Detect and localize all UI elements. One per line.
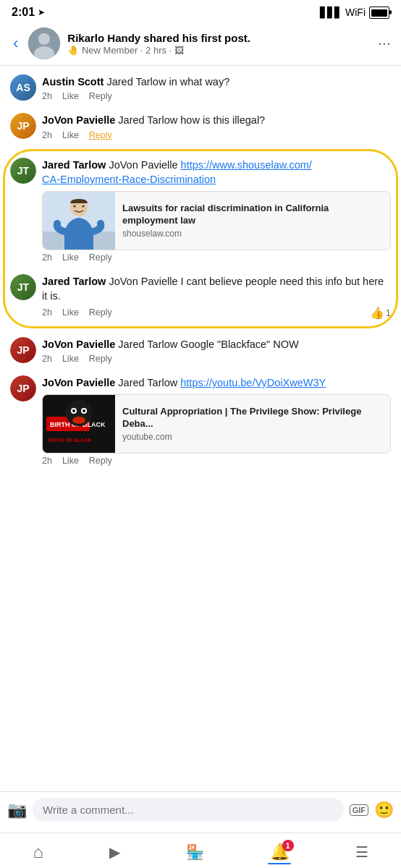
like-button[interactable]: Like [62, 91, 79, 101]
comment-author: JoVon Pavielle [42, 339, 115, 350]
comment-meta: 2h Like Reply [42, 456, 391, 466]
comment-item: JP JoVon Pavielle Jared Tarlow how is th… [0, 107, 401, 145]
preview-domain: shouselaw.com [122, 229, 383, 239]
reply-button[interactable]: Reply [89, 307, 112, 318]
post-header: ‹ Rikarlo Handy shared his first post. 🤚… [0, 22, 401, 66]
preview-text: Lawsuits for racial discrimination in Ca… [115, 192, 390, 250]
reply-button[interactable]: Reply [89, 252, 112, 263]
avatar: AS [10, 75, 36, 101]
emoji-button[interactable]: 🙂 [374, 801, 394, 820]
like-reaction: 👍1 [370, 306, 391, 320]
comment-text: Jared Tarlow JoVon Pavielle https://www.… [42, 158, 391, 187]
like-button[interactable]: Like [62, 130, 79, 140]
comment-item: JP JoVon Pavielle Jared Tarlow https://y… [0, 370, 401, 472]
reply-button[interactable]: Reply [89, 456, 112, 466]
comment-reply-to: JoVon Pavielle [109, 159, 180, 171]
preview-domain: youtube.com [122, 432, 383, 442]
link-preview-card[interactable]: BIRTH OF BLACK BIRTH OF BLACK Cultural A… [42, 394, 391, 454]
reply-button[interactable]: Reply [89, 91, 112, 101]
camera-button[interactable]: 📷 [7, 801, 27, 820]
comment-body: Jared Tarlow JoVon Pavielle I cant belie… [42, 274, 391, 320]
reply-button[interactable]: Reply [89, 354, 112, 364]
preview-title: Cultural Appropriation | The Privilege S… [122, 406, 383, 430]
menu-icon: ☰ [355, 843, 368, 861]
nav-home[interactable]: ⌂ [18, 839, 58, 865]
back-button[interactable]: ‹ [10, 31, 21, 56]
comment-text: JoVon Pavielle Jared Tarlow Google "Blac… [42, 337, 391, 352]
header-title: Rikarlo Handy shared his first post. [67, 31, 370, 46]
comment-author: Jared Tarlow [42, 276, 106, 287]
comment-reply-to: Jared Tarlow [118, 339, 180, 350]
poster-avatar [28, 27, 60, 59]
like-button[interactable]: Like [62, 307, 79, 318]
comment-time: 2h [42, 252, 52, 263]
header-info: Rikarlo Handy shared his first post. 🤚 N… [67, 31, 370, 56]
avatar: JP [10, 375, 36, 401]
comment-time: 2h [42, 91, 52, 101]
location-arrow-icon: ➤ [38, 7, 45, 17]
comment-text: Austin Scott Jared Tarlow in what way? [42, 75, 391, 89]
battery-icon [369, 7, 389, 19]
comment-time: 2h [42, 307, 52, 318]
nav-store[interactable]: 🏪 [172, 841, 219, 864]
preview-image [43, 192, 115, 250]
link-preview-card[interactable]: Lawsuits for racial discrimination in Ca… [42, 191, 391, 250]
comment-item: JT Jared Tarlow JoVon Pavielle https://w… [0, 149, 401, 269]
preview-image: BIRTH OF BLACK BIRTH OF BLACK [43, 395, 115, 453]
reply-button[interactable]: Reply [89, 130, 112, 140]
comment-link[interactable]: https://youtu.be/VyDoiXweW3Y [180, 377, 326, 388]
more-options-button[interactable]: ··· [378, 34, 391, 53]
active-indicator [268, 863, 291, 865]
bottom-nav: ⌂ ▶ 🏪 🔔 1 ☰ [0, 833, 401, 868]
header-subtitle: 🤚 New Member · 2 hrs · 🖼 [67, 45, 370, 56]
nav-notifications[interactable]: 🔔 1 [256, 840, 304, 864]
gif-button[interactable]: GIF [350, 804, 368, 816]
svg-text:BIRTH OF BLACK: BIRTH OF BLACK [48, 438, 92, 443]
comment-body: Austin Scott Jared Tarlow in what way? 2… [42, 75, 391, 101]
svg-point-8 [83, 205, 85, 208]
comment-item: JT Jared Tarlow JoVon Pavielle I cant be… [0, 268, 401, 328]
video-icon: ▶ [109, 843, 120, 861]
nav-video[interactable]: ▶ [95, 841, 135, 864]
like-button[interactable]: Like [62, 354, 79, 364]
comment-meta: 2h Like Reply [42, 91, 391, 101]
avatar: JT [10, 274, 36, 300]
notification-badge: 1 [282, 840, 294, 851]
preview-title: Lawsuits for racial discrimination in Ca… [122, 203, 383, 227]
svg-point-1 [38, 33, 50, 45]
comment-time: 2h [42, 130, 52, 140]
status-time: 2:01 [12, 6, 35, 19]
comment-item: AS Austin Scott Jared Tarlow in what way… [0, 69, 401, 107]
comment-body: JoVon Pavielle Jared Tarlow how is this … [42, 113, 391, 140]
signal-icon: ▋▋▋ [320, 7, 342, 18]
comment-meta: 2h Like Reply [42, 130, 391, 140]
like-button[interactable]: Like [62, 252, 79, 263]
comment-time: 2h [42, 456, 52, 466]
svg-point-7 [74, 205, 76, 208]
status-icons: ▋▋▋ WiFi [320, 7, 389, 19]
store-icon: 🏪 [186, 843, 204, 861]
nav-menu[interactable]: ☰ [341, 841, 383, 864]
svg-point-16 [83, 409, 85, 412]
svg-point-15 [72, 409, 75, 412]
avatar-image [28, 27, 60, 59]
comment-input[interactable] [33, 798, 344, 822]
highlighted-section: JT Jared Tarlow JoVon Pavielle https://w… [0, 149, 401, 328]
comment-time: 2h [42, 354, 52, 364]
comment-author: JoVon Pavielle [42, 377, 115, 388]
comment-text: JoVon Pavielle Jared Tarlow how is this … [42, 113, 391, 127]
like-button[interactable]: Like [62, 456, 79, 466]
comment-content: in what way? [169, 76, 229, 88]
comment-meta: 2h Like Reply [42, 252, 391, 263]
comment-author: Jared Tarlow [42, 159, 106, 171]
comment-body: JoVon Pavielle Jared Tarlow https://yout… [42, 375, 391, 466]
comments-area: AS Austin Scott Jared Tarlow in what way… [0, 66, 401, 475]
preview-text: Cultural Appropriation | The Privilege S… [115, 395, 390, 453]
comment-text: Jared Tarlow JoVon Pavielle I cant belie… [42, 274, 391, 304]
comment-body: JoVon Pavielle Jared Tarlow Google "Blac… [42, 337, 391, 364]
comment-author: JoVon Pavielle [42, 114, 115, 126]
comment-content: how is this illegal? [180, 114, 265, 126]
avatar: JP [10, 113, 36, 139]
comment-meta: 2h Like Reply 👍1 [42, 306, 391, 320]
home-icon: ⌂ [33, 842, 43, 862]
